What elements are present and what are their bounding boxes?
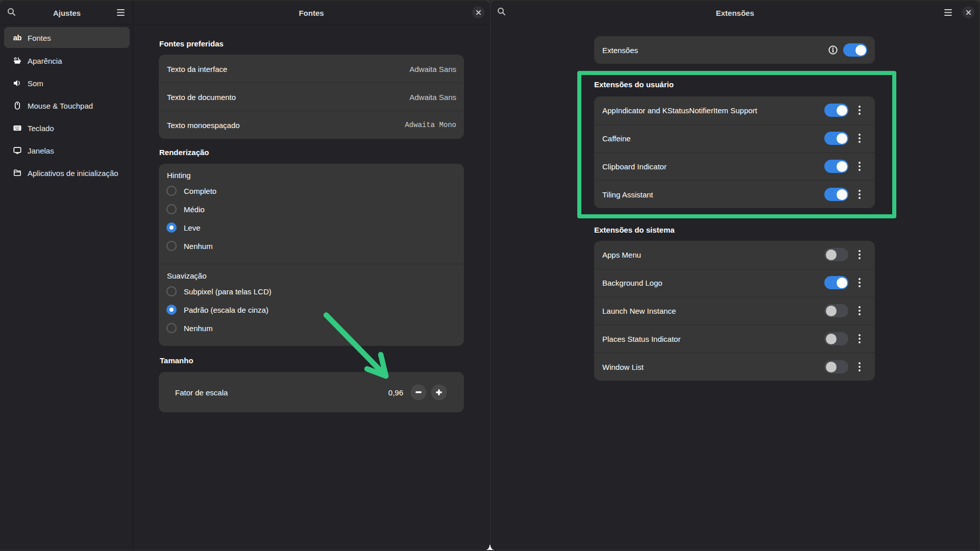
svg-text:ab: ab — [13, 34, 21, 42]
